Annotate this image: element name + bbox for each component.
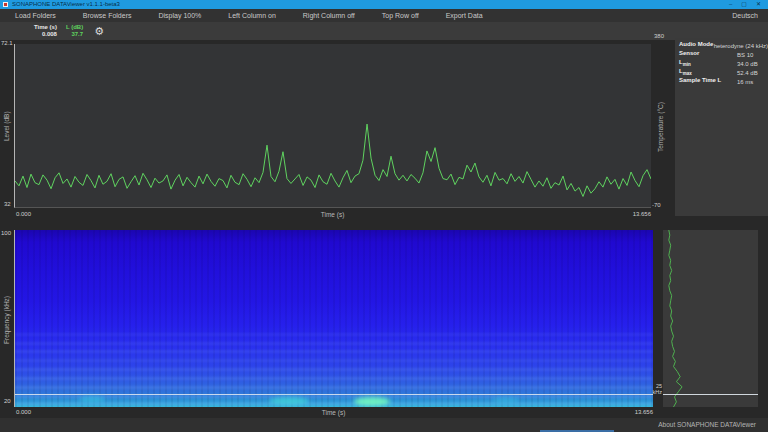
close-icon[interactable]: ✕ (756, 0, 761, 9)
info-label: Sample Time L (679, 77, 737, 85)
spectrum-slice-trace (663, 230, 758, 407)
spectrogram-hotspot (269, 397, 309, 405)
freq-tick-min: 20 (4, 398, 11, 404)
level-readout-label: L (dB) (66, 24, 83, 31)
time-readout: Time (s) 0.008 (34, 24, 57, 38)
level-chart-x-axis: 0.000 Time (s) 13.656 (14, 210, 651, 220)
time-readout-value: 0.008 (42, 31, 57, 38)
info-label: Audio Mode (679, 41, 714, 49)
info-value: 34.0 dB (737, 61, 758, 67)
menubar: Load Folders Browse Folders Display 100%… (0, 9, 768, 22)
menu-top-row[interactable]: Top Row off (382, 12, 419, 19)
spectrogram-band (15, 402, 653, 405)
settings-gear-icon[interactable]: ⚙ (94, 26, 104, 37)
spectrogram-band (15, 395, 653, 398)
menu-export-data[interactable]: Export Data (446, 12, 483, 19)
spec-x-axis-title: Time (s) (14, 409, 653, 416)
menu-browse-folders[interactable]: Browse Folders (83, 12, 132, 19)
menu-language[interactable]: Deutsch (732, 12, 758, 19)
menu-left-column[interactable]: Left Column on (228, 12, 275, 19)
cursor-frequency-label: 25 kHz (651, 383, 662, 395)
spectrogram-band (15, 368, 653, 371)
spectrogram-texture (15, 230, 653, 407)
info-value: heterodyne (24 kHz) (714, 43, 768, 49)
frequency-cursor-line[interactable] (663, 394, 758, 395)
level-readout: L (dB) 37.7 (66, 24, 83, 38)
menu-right-column[interactable]: Right Column off (303, 12, 355, 19)
info-label: Lmin (679, 59, 737, 67)
window-title: SONAPHONE DATAViewer v1.1.1-beta3 (12, 0, 120, 9)
temp-tick-max: 380 (654, 33, 664, 39)
spectrogram-band (15, 342, 653, 345)
info-value: 52.4 dB (737, 70, 758, 76)
spectrogram-band (15, 386, 653, 389)
level-x-tick-end: 13.656 (633, 211, 651, 217)
info-row-lmax: Lmax 52.4 dB (679, 68, 768, 77)
level-tick-min: 32 (4, 201, 11, 207)
level-trace (15, 44, 651, 207)
level-time-chart[interactable] (14, 44, 651, 208)
spectrogram-band (15, 377, 653, 380)
level-tick-max: 72.1 (1, 40, 13, 46)
spectrogram-chart[interactable] (14, 230, 653, 407)
temp-tick-min: -70 (652, 202, 661, 208)
level-x-axis-title: Time (s) (14, 211, 651, 218)
info-value: 16 ms (737, 79, 753, 85)
level-readout-value: 37.7 (71, 31, 83, 38)
minimize-icon[interactable]: – (729, 0, 732, 9)
freq-tick-max: 100 (1, 230, 11, 236)
spectrogram-band (15, 350, 653, 353)
frequency-axis-label: Frequency (kHz) (3, 296, 10, 344)
spec-x-tick-end: 13.656 (635, 409, 653, 415)
info-row-sensor: Sensor BS 10 (679, 50, 768, 59)
temperature-axis-label: Temperature (°C) (657, 102, 664, 152)
level-axis-label: Level (dB) (3, 111, 10, 141)
info-value: BS 10 (737, 52, 753, 58)
info-row-sample-time: Sample Time L 16 ms (679, 77, 768, 86)
info-label: Sensor (679, 50, 737, 58)
app-logo-icon (3, 2, 8, 7)
spectrogram-x-axis: 0.000 Time (s) 13.656 (14, 408, 653, 418)
main-area: Level (dB) 72.1 32 380 -70 Temperature (… (0, 40, 768, 418)
menu-load-folders[interactable]: Load Folders (15, 12, 56, 19)
menu-display-zoom[interactable]: Display 100% (159, 12, 202, 19)
spectrum-slice-panel[interactable] (663, 230, 758, 407)
cursor-readout-bar: Time (s) 0.008 L (dB) 37.7 ⚙ (0, 22, 768, 40)
statusbar: About SONAPHONE DATAViewer (0, 418, 768, 432)
window-controls: – ▢ ✕ (729, 0, 768, 9)
spectrogram-band (15, 359, 653, 362)
info-row-lmin: Lmin 34.0 dB (679, 59, 768, 68)
time-readout-label: Time (s) (34, 24, 57, 31)
maximize-icon[interactable]: ▢ (741, 0, 747, 9)
app-window: SONAPHONE DATAViewer v1.1.1-beta3 – ▢ ✕ … (0, 0, 768, 432)
spectrogram-band (15, 333, 653, 336)
info-row-audio-mode: Audio Mode heterodyne (24 kHz) (679, 41, 768, 50)
titlebar: SONAPHONE DATAViewer v1.1.1-beta3 – ▢ ✕ (0, 0, 768, 9)
measurement-info-panel: Audio Mode heterodyne (24 kHz) Sensor BS… (675, 38, 768, 216)
cursor-frequency-unit: kHz (651, 389, 662, 395)
info-label: Lmax (679, 68, 737, 76)
about-link[interactable]: About SONAPHONE DATAViewer (658, 421, 756, 428)
